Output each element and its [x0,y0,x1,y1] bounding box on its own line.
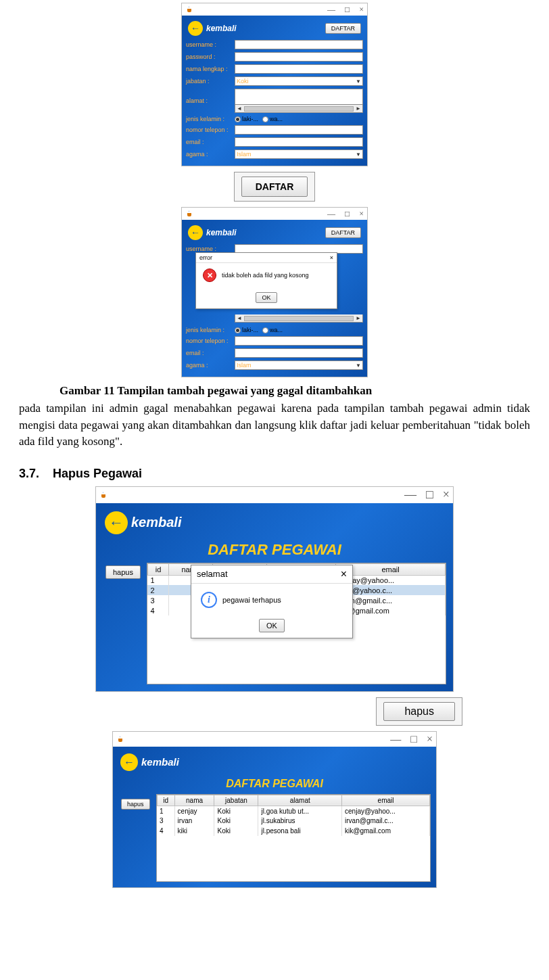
titlebar: — □ × [182,208,367,220]
label-nomor-telepon: nomor telepon : [186,126,232,133]
alamat-field[interactable] [235,89,363,105]
close-icon[interactable]: × [359,5,364,15]
figure-caption: Gambar 11 Tampilan tambah pegawai yang g… [19,384,530,398]
label-email: email : [186,139,232,145]
label-agama: agama : [186,362,232,369]
pegawai-table: id nama jabatan alamat email 1cenjayKoki… [157,795,430,837]
radio-laki[interactable]: laki-... [235,327,258,333]
col-alamat[interactable]: alamat [258,795,342,806]
close-icon[interactable]: × [427,733,433,745]
nomor-telepon-field[interactable] [235,125,363,135]
page-title: DAFTAR PEGAWAI [103,541,446,559]
nama-lengkap-field[interactable] [235,64,363,74]
col-jabatan[interactable]: jabatan [214,795,258,806]
paragraph: pada tampilan ini admin gagal menabahkan… [19,400,530,450]
page-title: DAFTAR PEGAWAI [118,778,431,790]
label-jabatan: jabatan : [186,78,232,85]
radio-wanita[interactable]: wa... [262,327,283,333]
error-message: tidak boleh ada fild yang kosong [222,272,309,279]
minimize-icon[interactable]: — [327,209,335,219]
label-jenis-kelamin: jenis kelamin : [186,116,232,122]
daftar-button-large[interactable]: DAFTAR [241,177,308,197]
back-icon[interactable]: ← [188,21,203,36]
label-alamat: alamat : [186,97,232,104]
kembali-label[interactable]: kembali [141,756,179,768]
label-email: email : [186,350,232,356]
label-nomor-telepon: nomor telepon : [186,337,232,344]
password-field[interactable] [235,52,363,62]
email-field[interactable] [235,137,363,147]
radio-wanita[interactable]: wa... [262,116,283,122]
daftar-button[interactable]: DAFTAR [325,23,361,34]
back-icon[interactable]: ← [120,753,138,771]
kembali-label[interactable]: kembali [131,515,181,530]
table-row[interactable]: 4kikiKokijl.pesona balikik@gmail.com [157,826,429,836]
dialog-title: selamat [197,569,228,579]
titlebar: — □ × [96,487,453,503]
label-password: password : [186,53,232,60]
label-username: username : [186,41,232,48]
minimize-icon[interactable]: — [390,733,401,745]
label-agama: agama : [186,151,232,158]
col-id[interactable]: id [157,795,174,806]
hapus-button[interactable]: hapus [105,565,141,579]
col-id[interactable]: id [147,563,168,575]
label-username: username : [186,246,232,252]
info-icon: i [201,592,217,608]
jabatan-select[interactable]: Koki▼ [235,76,363,86]
window-tambah-pegawai-2: — □ × ← kembali DAFTAR username : error×… [181,207,368,377]
section-heading: 3.7.Hapus Pegawai [19,467,530,481]
scrollbar[interactable]: ◄► [235,314,363,323]
hapus-button[interactable]: hapus [121,799,150,810]
col-nama[interactable]: nama [174,795,214,806]
window-daftar-pegawai-2: — □ × ← kembali DAFTAR PEGAWAI hapus id … [112,731,437,888]
chevron-down-icon: ▼ [356,363,361,369]
maximize-icon[interactable]: □ [345,5,350,15]
window-daftar-pegawai-1: — □ × ← kembali DAFTAR PEGAWAI hapus id … [95,486,454,692]
error-icon: ✕ [203,269,216,282]
maximize-icon[interactable]: □ [426,488,433,502]
window-tambah-pegawai-1: — □ × ← kembali DAFTAR username : passwo… [181,3,368,166]
ok-button[interactable]: OK [256,292,277,303]
error-dialog: error× ✕ tidak boleh ada fild yang koson… [195,252,337,309]
maximize-icon[interactable]: □ [410,733,417,745]
daftar-button[interactable]: DAFTAR [325,227,361,238]
info-dialog: selamat× i pegawai terhapus OK [191,565,353,638]
nomor-telepon-field[interactable] [235,336,363,346]
titlebar: — □ × [182,3,367,16]
username-field[interactable] [235,40,363,49]
table-row[interactable]: 1cenjayKokijl.goa kutub ut...cenjay@yaho… [157,806,429,816]
minimize-icon[interactable]: — [404,488,416,502]
close-icon[interactable]: × [443,488,450,502]
java-icon [99,491,109,499]
agama-select[interactable]: Islam▼ [235,360,363,370]
java-icon [185,5,195,14]
hapus-button-large[interactable]: hapus [383,702,455,721]
radio-laki[interactable]: laki-... [235,116,258,122]
chevron-down-icon: ▼ [356,151,361,158]
scrollbar[interactable]: ◄► [235,105,363,113]
label-jenis-kelamin: jenis kelamin : [186,327,232,333]
label-nama-lengkap: nama lengkap : [186,66,232,72]
dialog-close-icon[interactable]: × [341,568,347,580]
back-icon[interactable]: ← [105,511,128,534]
titlebar: — □ × [113,732,436,747]
maximize-icon[interactable]: □ [345,209,350,219]
table-row[interactable]: 3irvanKokijl.sukabirusirvan@gmail.c... [157,816,429,826]
kembali-label[interactable]: kembali [206,228,237,237]
col-email[interactable]: email [342,795,430,806]
dialog-close-icon[interactable]: × [330,254,333,261]
kembali-label[interactable]: kembali [206,24,237,33]
close-icon[interactable]: × [359,209,364,219]
hapus-button-large-frame: hapus [19,697,530,726]
dialog-message: pegawai terhapus [222,596,281,604]
java-icon [185,210,195,218]
email-field[interactable] [235,348,363,358]
back-icon[interactable]: ← [188,225,203,240]
ok-button[interactable]: OK [259,619,285,632]
daftar-button-large-frame: DAFTAR [19,172,530,202]
chevron-down-icon: ▼ [356,78,361,85]
minimize-icon[interactable]: — [327,5,335,15]
agama-select[interactable]: Islam▼ [235,149,363,159]
dialog-title: error [199,254,212,261]
